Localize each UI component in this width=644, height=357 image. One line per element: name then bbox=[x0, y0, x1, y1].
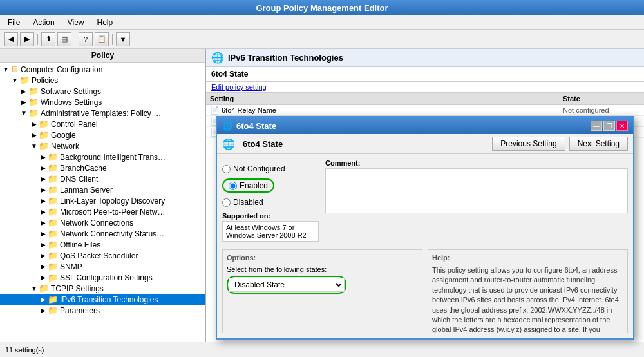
toolbar-view[interactable]: ▤ bbox=[57, 32, 71, 46]
toolbar-help[interactable]: ? bbox=[79, 32, 93, 46]
dialog-close-button[interactable]: ✕ bbox=[616, 121, 628, 131]
toggle-tcpip[interactable]: ▼ bbox=[30, 285, 39, 292]
tree-label-control-panel: Control Panel bbox=[51, 120, 98, 129]
toolbar-filter[interactable]: ▼ bbox=[116, 32, 130, 46]
toggle-link-layer[interactable]: ▶ bbox=[39, 197, 48, 204]
lanman-icon: 📁 bbox=[48, 185, 58, 195]
toggle-computer-config[interactable]: ▼ bbox=[1, 66, 10, 73]
menu-action[interactable]: Action bbox=[30, 17, 57, 28]
menu-file[interactable]: File bbox=[5, 17, 23, 28]
radio-enabled-label: Enabled bbox=[240, 181, 268, 190]
tree-label-qos: QoS Packet Scheduler bbox=[60, 251, 138, 260]
snmp-icon: 📁 bbox=[48, 262, 58, 271]
toggle-net-connectivity[interactable]: ▶ bbox=[39, 230, 48, 237]
radio-disabled-input[interactable] bbox=[222, 198, 231, 207]
tree-item-dns[interactable]: ▶ 📁 DNS Client bbox=[0, 173, 205, 184]
toggle-net-connections[interactable]: ▶ bbox=[39, 219, 48, 226]
toggle-control-panel[interactable]: ▶ bbox=[30, 121, 39, 128]
radio-enabled-input[interactable] bbox=[229, 182, 237, 190]
next-setting-button[interactable]: Next Setting bbox=[569, 137, 628, 151]
admin-templates-icon: 📁 bbox=[28, 108, 39, 118]
computer-icon: 🖥 bbox=[10, 64, 19, 74]
tree-item-google[interactable]: ▶ 📁 Google bbox=[0, 130, 205, 140]
toggle-branchcache[interactable]: ▶ bbox=[39, 164, 48, 171]
dialog-minimize-button[interactable]: — bbox=[591, 121, 602, 131]
tree-item-control-panel[interactable]: ▶ 📁 Control Panel bbox=[0, 119, 205, 130]
tree-item-background-its[interactable]: ▶ 📁 Background Intelligent Transfer Ser.… bbox=[0, 151, 205, 162]
tree-item-computer-config[interactable]: ▼ 🖥 Computer Configuration bbox=[0, 64, 205, 75]
tree-label-offline: Offline Files bbox=[60, 240, 100, 249]
radio-enabled: Enabled bbox=[222, 179, 319, 193]
tree-item-parameters[interactable]: ▶ 📁 Parameters bbox=[0, 305, 205, 316]
toggle-software[interactable]: ▶ bbox=[19, 88, 28, 95]
tree-label-policies: Policies bbox=[32, 76, 58, 85]
tree-item-offline[interactable]: ▶ 📁 Offline Files bbox=[0, 239, 205, 250]
row-state-0: Not configured bbox=[563, 106, 640, 114]
tree-item-p2p[interactable]: ▶ 📁 Microsoft Peer-to-Peer Networking... bbox=[0, 206, 205, 217]
tree-item-windows[interactable]: ▶ 📁 Windows Settings bbox=[0, 97, 205, 108]
options-select[interactable]: Disabled State Enabled State Default Sta… bbox=[229, 278, 345, 292]
tree-label-snmp: SNMP bbox=[60, 262, 82, 271]
dialog-bottom: Options: Select from the following state… bbox=[217, 247, 633, 338]
toolbar-up[interactable]: ⬆ bbox=[41, 32, 55, 46]
tree-item-ipv6-transition[interactable]: ▶ 📁 IPv6 Transition Technologies bbox=[0, 294, 205, 305]
tree-label-lanman: Lanman Server bbox=[60, 186, 113, 195]
comment-textarea[interactable] bbox=[325, 168, 628, 213]
toolbar: ◀ ▶ ⬆ ▤ ? 📋 ▼ bbox=[0, 30, 644, 49]
tree-item-network[interactable]: ▼ 📁 Network bbox=[0, 140, 205, 151]
tree-item-lanman[interactable]: ▶ 📁 Lanman Server bbox=[0, 184, 205, 195]
tree-container[interactable]: ▼ 🖥 Computer Configuration ▼ 📁 Policies … bbox=[0, 63, 205, 342]
toggle-network[interactable]: ▼ bbox=[30, 142, 39, 150]
toggle-policies[interactable]: ▼ bbox=[10, 77, 19, 84]
tree-item-policies[interactable]: ▼ 📁 Policies bbox=[0, 75, 205, 86]
radio-not-configured-input[interactable] bbox=[222, 165, 231, 173]
toggle-lanman[interactable]: ▶ bbox=[39, 186, 48, 193]
tree-item-admin-templates[interactable]: ▼ 📁 Administrative Templates: Policy def… bbox=[0, 108, 205, 119]
tree-item-snmp[interactable]: ▶ 📁 SNMP bbox=[0, 261, 205, 272]
menu-view[interactable]: View bbox=[65, 17, 87, 28]
toggle-admin-templates[interactable]: ▼ bbox=[19, 110, 28, 117]
tree-label-net-connectivity: Network Connectivity Status Indica... bbox=[60, 229, 166, 238]
toggle-dns[interactable]: ▶ bbox=[39, 175, 48, 182]
tree-item-tcpip[interactable]: ▼ 📁 TCPIP Settings bbox=[0, 283, 205, 294]
toggle-google[interactable]: ▶ bbox=[30, 131, 39, 139]
tree-item-ssl[interactable]: ▶ 📁 SSL Configuration Settings bbox=[0, 272, 205, 283]
policy-setting-link[interactable]: policy setting bbox=[225, 83, 267, 91]
toolbar-export[interactable]: 📋 bbox=[95, 32, 109, 46]
tree-item-net-connectivity[interactable]: ▶ 📁 Network Connectivity Status Indica..… bbox=[0, 228, 205, 239]
dialog-restore-button[interactable]: ❐ bbox=[603, 121, 615, 131]
tree-item-qos[interactable]: ▶ 📁 QoS Packet Scheduler bbox=[0, 250, 205, 261]
toolbar-forward[interactable]: ▶ bbox=[20, 32, 34, 46]
toolbar-sep3 bbox=[112, 34, 113, 45]
right-panel-header: 🌐 IPv6 Transition Technologies bbox=[206, 49, 644, 67]
tree-label-admin-templates: Administrative Templates: Policy definit… bbox=[41, 109, 163, 118]
toggle-ssl[interactable]: ▶ bbox=[39, 274, 48, 281]
dialog-body: Not Configured Enabled Disabled Suppo bbox=[217, 154, 633, 247]
tree-item-software[interactable]: ▶ 📁 Software Settings bbox=[0, 86, 205, 97]
toggle-bits[interactable]: ▶ bbox=[39, 153, 48, 160]
toggle-parameters[interactable]: ▶ bbox=[39, 307, 48, 314]
tree-item-branchcache[interactable]: ▶ 📁 BranchCache bbox=[0, 162, 205, 173]
policies-icon: 📁 bbox=[19, 75, 30, 85]
menu-help[interactable]: Help bbox=[95, 17, 116, 28]
app-title: Group Policy Management Editor bbox=[256, 3, 388, 13]
help-title: Help: bbox=[432, 254, 623, 262]
toggle-snmp[interactable]: ▶ bbox=[39, 263, 48, 270]
table-row-0[interactable]: 📄 6to4 Relay Name Not configured bbox=[206, 105, 644, 116]
toggle-p2p[interactable]: ▶ bbox=[39, 208, 48, 215]
toolbar-back[interactable]: ◀ bbox=[4, 32, 18, 46]
toggle-windows[interactable]: ▶ bbox=[19, 99, 28, 106]
previous-setting-button[interactable]: Previous Setting bbox=[492, 137, 565, 151]
tree-label-ssl: SSL Configuration Settings bbox=[60, 273, 153, 282]
dialog-toolbar: 🌐 6to4 State Previous Setting Next Setti… bbox=[217, 134, 633, 154]
tree-item-net-connections[interactable]: ▶ 📁 Network Connections bbox=[0, 217, 205, 228]
tcpip-icon: 📁 bbox=[39, 284, 49, 293]
tree-item-link-layer[interactable]: ▶ 📁 Link-Layer Topology Discovery bbox=[0, 195, 205, 206]
help-text: This policy setting allows you to config… bbox=[432, 265, 623, 333]
toggle-offline[interactable]: ▶ bbox=[39, 241, 48, 248]
ipv6-icon: 📁 bbox=[48, 294, 58, 304]
toggle-ipv6[interactable]: ▶ bbox=[39, 296, 48, 303]
qos-icon: 📁 bbox=[48, 251, 58, 260]
toggle-qos[interactable]: ▶ bbox=[39, 252, 48, 259]
software-icon: 📁 bbox=[28, 86, 39, 96]
